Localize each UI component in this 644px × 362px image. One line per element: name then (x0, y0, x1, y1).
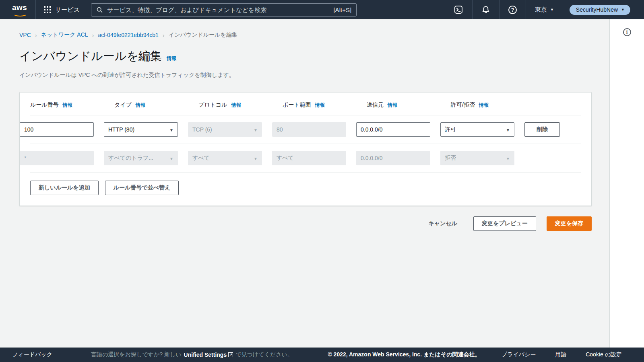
breadcrumb-network-acl[interactable]: ネットワーク ACL (41, 31, 88, 39)
footer-bar: フィードバック 言語の選択をお探しですか? 新しい Unified Settin… (0, 348, 644, 362)
aws-logo-text: aws (12, 4, 30, 12)
cancel-button[interactable]: キャンセル (423, 220, 463, 227)
account-name: SecurityHubNew (576, 6, 618, 13)
allow-deny-select[interactable]: 許可 (440, 122, 514, 137)
default-source-disabled (356, 151, 430, 165)
help-side-panel: i (609, 19, 644, 348)
save-changes-button[interactable]: 変更を保存 (547, 216, 592, 231)
chevron-down-icon (506, 155, 510, 161)
inbound-rules-card: ルール番号情報 タイプ情報 プロトコル情報 ポート範囲情報 送信元情報 許可/拒… (19, 92, 592, 206)
services-label: サービス (55, 6, 80, 14)
main-content: VPC › ネットワーク ACL › acl-049fe0221ebb94cb1… (0, 19, 609, 348)
services-grid-icon (44, 6, 51, 13)
rule-row-100: HTTP (80) TCP (6) 許可 削除 (20, 115, 591, 144)
chevron-down-icon (169, 155, 173, 161)
bell-icon (481, 5, 490, 14)
language-settings-note: 言語の選択をお探しですか? 新しい Unified Settings ↗ で見つ… (91, 351, 293, 358)
terms-link[interactable]: 用語 (555, 351, 566, 358)
default-port-range-disabled (272, 151, 346, 165)
default-allow-deny-select-disabled: 拒否 (440, 151, 514, 165)
breadcrumb-separator: › (92, 32, 94, 39)
col-header-port-range: ポート範囲 (283, 101, 311, 109)
cookie-settings-link[interactable]: Cookie の設定 (586, 351, 622, 358)
global-search-box[interactable]: [Alt+S] (91, 3, 357, 16)
region-label: 東京 (535, 6, 547, 14)
add-new-rule-button[interactable]: 新しいルールを追加 (30, 181, 99, 195)
region-selector[interactable]: 東京 ▼ (526, 6, 563, 14)
page-title: インバウンドルールを編集 (19, 48, 162, 64)
allow-deny-info-link[interactable]: 情報 (479, 102, 489, 109)
privacy-link[interactable]: プライバシー (502, 351, 536, 358)
chevron-down-icon (254, 155, 258, 161)
page-description: インバウンドルールは VPC への到達が許可された受信トラフィックを制御します。 (19, 72, 592, 79)
cloudshell-terminal-icon (454, 5, 463, 14)
cloudshell-button[interactable] (445, 0, 472, 19)
col-header-rule-number: ルール番号 (30, 101, 59, 109)
chevron-down-icon: ▼ (550, 8, 554, 12)
type-select[interactable]: HTTP (80) (104, 122, 178, 137)
rule-row-default: すべてのトラフ... すべて 拒否 (20, 144, 591, 172)
source-input[interactable] (356, 122, 430, 137)
port-range-info-link[interactable]: 情報 (315, 102, 325, 109)
title-info-link[interactable]: 情報 (167, 55, 176, 62)
search-icon (96, 6, 103, 13)
help-icon: ? (508, 6, 517, 14)
chevron-down-icon (254, 126, 258, 133)
col-header-type: タイプ (114, 101, 132, 109)
type-info-link[interactable]: 情報 (136, 102, 145, 109)
breadcrumb: VPC › ネットワーク ACL › acl-049fe0221ebb94cb1… (19, 31, 592, 39)
chevron-down-icon (169, 126, 173, 133)
aws-logo[interactable]: aws (12, 4, 30, 16)
copyright-text: © 2022, Amazon Web Services, Inc. またはその関… (328, 351, 480, 358)
delete-rule-button[interactable]: 削除 (524, 122, 560, 137)
notifications-button[interactable] (473, 0, 499, 19)
info-icon[interactable]: i (623, 28, 631, 36)
protocol-select-disabled: TCP (6) (188, 122, 262, 137)
breadcrumb-vpc[interactable]: VPC (19, 32, 31, 38)
sort-by-rule-number-button[interactable]: ルール番号で並べ替え (105, 181, 179, 195)
help-button[interactable]: ? (500, 0, 526, 19)
unified-settings-link[interactable]: Unified Settings ↗ (184, 352, 233, 358)
col-header-protocol: プロトコル (198, 101, 227, 109)
protocol-info-link[interactable]: 情報 (231, 102, 241, 109)
chevron-down-icon: ▼ (621, 8, 625, 12)
feedback-link[interactable]: フィードバック (12, 351, 52, 358)
aws-smile-icon (13, 11, 27, 16)
services-menu-button[interactable]: サービス (36, 0, 88, 19)
col-header-source: 送信元 (367, 101, 384, 109)
preview-changes-button[interactable]: 変更をプレビュー (473, 216, 536, 231)
external-link-icon: ↗ (228, 352, 233, 357)
breadcrumb-current: インバウンドルールを編集 (169, 31, 237, 39)
default-rule-number-disabled (20, 151, 94, 165)
nav-right-group: ? 東京 ▼ SecurityHubNew ▼ (445, 0, 638, 19)
top-navigation-bar: aws サービス [Alt+S] ? (0, 0, 644, 19)
port-range-input-disabled (272, 122, 346, 137)
rules-header-row: ルール番号情報 タイプ情報 プロトコル情報 ポート範囲情報 送信元情報 許可/拒… (20, 93, 591, 115)
breadcrumb-separator: › (163, 32, 165, 39)
nav-divider (563, 0, 563, 19)
default-protocol-select-disabled: すべて (188, 151, 262, 165)
breadcrumb-separator: › (35, 32, 37, 39)
default-type-select-disabled: すべてのトラフ... (104, 151, 178, 165)
account-menu-button[interactable]: SecurityHubNew ▼ (570, 5, 630, 15)
rule-number-input[interactable] (20, 122, 94, 137)
chevron-down-icon (506, 126, 510, 133)
source-info-link[interactable]: 情報 (388, 102, 397, 109)
col-header-allow-deny: 許可/拒否 (451, 101, 475, 109)
rule-number-info-link[interactable]: 情報 (63, 102, 72, 109)
breadcrumb-acl-id[interactable]: acl-049fe0221ebb94cb1 (98, 32, 159, 38)
search-shortcut-hint: [Alt+S] (333, 6, 351, 13)
search-input[interactable] (107, 6, 329, 13)
